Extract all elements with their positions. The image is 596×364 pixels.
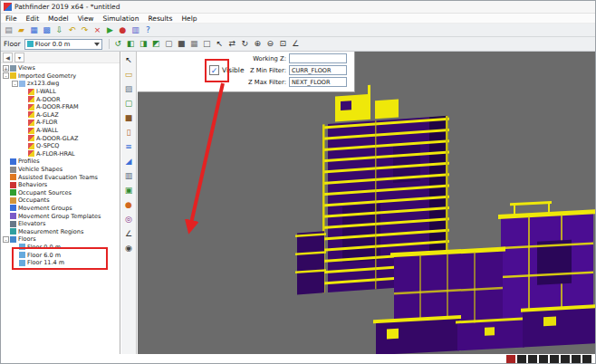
camera-tool-icon[interactable]: ◉ bbox=[123, 243, 135, 254]
visible-checkbox[interactable]: ✓ bbox=[209, 65, 219, 75]
room-tool-icon[interactable]: ▢ bbox=[123, 98, 135, 110]
tree-expander-icon[interactable] bbox=[3, 182, 9, 188]
background-image-tool-icon[interactable]: ▨ bbox=[123, 83, 135, 95]
tree-expander-icon[interactable] bbox=[3, 213, 9, 219]
tree-expander-icon[interactable]: + bbox=[3, 65, 9, 72]
tree-expander-icon[interactable] bbox=[3, 205, 9, 211]
floor-selector[interactable]: Floor 0.0 m bbox=[24, 39, 102, 50]
side-view-icon[interactable]: ◨ bbox=[138, 38, 149, 50]
save-icon[interactable]: ▦ bbox=[28, 24, 40, 36]
tree-expander-icon[interactable] bbox=[21, 104, 27, 110]
tree-item-behaviors[interactable]: Behaviors bbox=[1, 181, 120, 189]
menu-model[interactable]: Model bbox=[43, 14, 73, 23]
measure-icon[interactable]: ∠ bbox=[290, 38, 302, 50]
tree-item-views[interactable]: + Views bbox=[1, 64, 120, 72]
iso-view-icon[interactable]: ◩ bbox=[150, 38, 162, 50]
front-view-icon[interactable]: ◧ bbox=[125, 38, 137, 50]
tree-expander-icon[interactable] bbox=[12, 244, 18, 250]
tree-item-occupants[interactable]: Occupants bbox=[1, 196, 120, 205]
tree-expander-icon[interactable] bbox=[3, 221, 9, 227]
z-min-filter-input[interactable] bbox=[289, 65, 347, 75]
tree-expander-icon[interactable] bbox=[21, 135, 27, 141]
working-z-input[interactable] bbox=[289, 53, 347, 63]
occupant-tool-icon[interactable]: ● bbox=[123, 199, 135, 211]
tree-expander-icon[interactable] bbox=[3, 228, 9, 235]
tree-expander-icon[interactable] bbox=[12, 260, 18, 266]
tree-expander-icon[interactable] bbox=[21, 128, 27, 134]
tree-expander-icon[interactable] bbox=[3, 189, 9, 196]
tree-item-movement-groups[interactable]: Movement Groups bbox=[1, 205, 120, 213]
tree-expander-icon[interactable] bbox=[21, 96, 27, 102]
select-mode-icon[interactable]: ↖ bbox=[214, 38, 226, 50]
building-model[interactable] bbox=[287, 79, 595, 354]
collapse-panel-icon[interactable]: ◀ bbox=[3, 53, 13, 62]
tree-expander-icon[interactable] bbox=[21, 150, 27, 157]
solid-mode-icon[interactable]: ■ bbox=[176, 38, 187, 50]
waypoint-tool-icon[interactable]: ◎ bbox=[123, 214, 135, 225]
tree-expander-icon[interactable] bbox=[21, 143, 27, 149]
tree-item-layer-i-wall[interactable]: I-WALL bbox=[1, 88, 120, 96]
tree-item-layer-a-door-fram[interactable]: A-DOOR-FRAM bbox=[1, 103, 120, 111]
results-icon[interactable]: ▥ bbox=[130, 24, 141, 36]
door-tool-icon[interactable]: ▯ bbox=[123, 127, 135, 139]
3d-viewport[interactable]: ✓ Visible Working Z: Z Min Filter: bbox=[138, 52, 596, 354]
menu-file[interactable]: File bbox=[1, 14, 22, 23]
tree-item-imported-geometry[interactable]: - Imported Geometry bbox=[1, 72, 120, 81]
tree-item-layer-a-flor-hral[interactable]: A-FLOR-HRAL bbox=[1, 150, 120, 158]
wireframe-mode-icon[interactable]: ▦ bbox=[188, 38, 200, 50]
tree-item-layer-q-spcq[interactable]: Q-SPCQ bbox=[1, 142, 120, 150]
pan-mode-icon[interactable]: ⇄ bbox=[226, 38, 238, 50]
tree-expander-icon[interactable] bbox=[21, 120, 27, 126]
menu-results[interactable]: Results bbox=[143, 14, 177, 23]
tree-item-occupant-sources[interactable]: Occupant Sources bbox=[1, 189, 120, 197]
delete-icon[interactable]: × bbox=[91, 24, 103, 36]
zoom-fit-icon[interactable]: ⊡ bbox=[277, 38, 289, 50]
tree-item-floor-0-0[interactable]: Floor 0.0 m bbox=[1, 244, 120, 252]
measure-tool-icon[interactable]: ∠ bbox=[123, 228, 135, 240]
zoom-out-icon[interactable]: ⊖ bbox=[264, 38, 276, 50]
show-all-icon[interactable]: ▢ bbox=[163, 38, 175, 50]
panel-menu-icon[interactable]: ▾ bbox=[14, 53, 24, 62]
tree-item-layer-a-flor[interactable]: A-FLOR bbox=[1, 119, 120, 127]
reset-view-icon[interactable]: ↺ bbox=[112, 38, 124, 50]
exit-tool-icon[interactable]: ▣ bbox=[123, 185, 135, 196]
transparent-mode-icon[interactable]: □ bbox=[201, 38, 213, 50]
record-view-icon[interactable]: ● bbox=[117, 24, 129, 36]
tree-item-measurement-regions[interactable]: Measurement Regions bbox=[1, 227, 120, 235]
tree-item-layer-a-wall[interactable]: A-WALL bbox=[1, 127, 120, 135]
tree-item-layer-a-door[interactable]: A-DOOR bbox=[1, 95, 120, 103]
tree-item-floors[interactable]: - Floors bbox=[1, 235, 120, 244]
tree-item-layer-a-glaz[interactable]: A-GLAZ bbox=[1, 111, 120, 120]
redo-icon[interactable]: ↷ bbox=[79, 24, 91, 36]
menu-view[interactable]: View bbox=[73, 14, 99, 23]
tree-expander-icon[interactable] bbox=[3, 167, 9, 173]
tree-expander-icon[interactable]: - bbox=[12, 81, 18, 87]
tree-item-vehicle-shapes[interactable]: Vehicle Shapes bbox=[1, 166, 120, 174]
tree-item-floor-6-0[interactable]: Floor 6.0 m bbox=[1, 251, 120, 259]
run-simulation-icon[interactable]: ▶ bbox=[104, 24, 116, 36]
tree-item-floor-11-4[interactable]: Floor 11.4 m bbox=[1, 259, 120, 267]
menu-simulation[interactable]: Simulation bbox=[98, 14, 143, 23]
tree-item-movement-group-templates[interactable]: Movement Group Templates bbox=[1, 212, 120, 220]
open-file-icon[interactable]: ▰ bbox=[15, 24, 27, 36]
save-all-icon[interactable]: ▩ bbox=[41, 24, 53, 36]
tree-expander-icon[interactable] bbox=[3, 197, 9, 204]
menu-edit[interactable]: Edit bbox=[22, 14, 44, 23]
elevator-tool-icon[interactable]: ▥ bbox=[123, 170, 135, 182]
tree-expander-icon[interactable]: - bbox=[3, 236, 9, 243]
tree-expander-icon[interactable] bbox=[3, 158, 9, 165]
menu-help[interactable]: Help bbox=[177, 14, 201, 23]
import-model-icon[interactable]: ⇩ bbox=[53, 24, 65, 36]
title-bar[interactable]: Pathfinder 2019 x64 - *untitled bbox=[1, 1, 595, 14]
obstruction-tool-icon[interactable]: ■ bbox=[123, 112, 135, 124]
stairs-tool-icon[interactable]: ≡ bbox=[123, 141, 135, 153]
orbit-mode-icon[interactable]: ↻ bbox=[239, 38, 251, 50]
tree-expander-icon[interactable] bbox=[21, 111, 27, 118]
tree-item-profiles[interactable]: Profiles bbox=[1, 158, 120, 166]
tree-item-assisted-evacuation-teams[interactable]: Assisted Evacuation Teams bbox=[1, 173, 120, 181]
tree-item-elevators[interactable]: Elevators bbox=[1, 220, 120, 228]
tree-expander-icon[interactable] bbox=[12, 252, 18, 258]
new-file-icon[interactable]: ▤ bbox=[3, 24, 14, 36]
ramp-tool-icon[interactable]: ◢ bbox=[123, 156, 135, 168]
tree-expander-icon[interactable]: - bbox=[3, 72, 9, 79]
